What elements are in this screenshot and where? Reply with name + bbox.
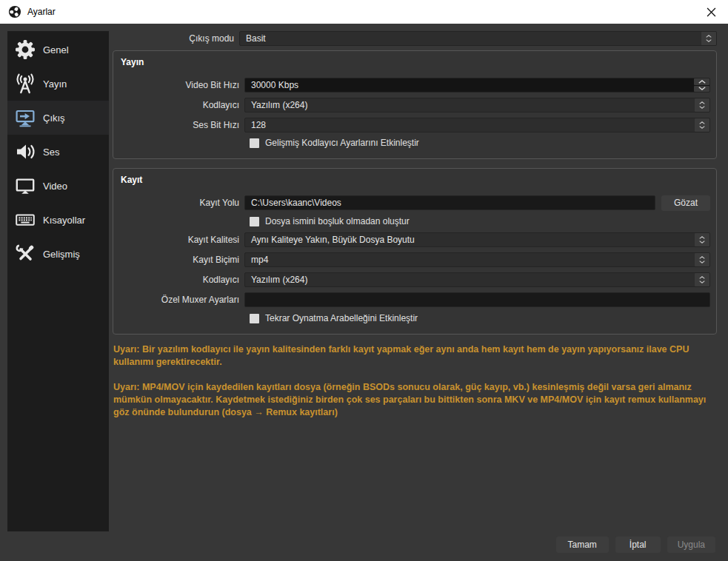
no-space-checkbox[interactable] bbox=[250, 217, 259, 226]
sidebar-item-audio[interactable]: Ses bbox=[7, 135, 109, 169]
broadcast-icon bbox=[14, 73, 36, 95]
audio-bitrate-label: Ses Bit Hızı bbox=[120, 120, 244, 130]
video-bitrate-row: Video Bit Hızı 30000 Kbps bbox=[120, 78, 710, 93]
sidebar-item-label: Genel bbox=[43, 44, 69, 56]
chevron-down-icon bbox=[699, 241, 705, 243]
muxer-settings-row: Özel Muxer Ayarları bbox=[120, 292, 710, 307]
recording-quality-label: Kayıt Kalitesi bbox=[120, 235, 244, 245]
output-mode-spinner[interactable] bbox=[701, 32, 716, 45]
advanced-encoder-checkbox[interactable] bbox=[250, 138, 259, 148]
sidebar-item-output[interactable]: Çıkış bbox=[7, 101, 109, 135]
recording-encoder-spinner[interactable] bbox=[695, 273, 709, 286]
chevron-up-icon bbox=[699, 121, 705, 124]
audio-bitrate-select[interactable]: 128 bbox=[244, 118, 710, 132]
sidebar-item-video[interactable]: Video bbox=[7, 169, 109, 203]
settings-window: Ayarlar bbox=[0, 0, 728, 561]
sidebar-item-hotkeys[interactable]: Kısayollar bbox=[7, 203, 109, 237]
replay-buffer-checkbox-row: Tekrar Oynatma Arabelleğini Etkinleştir bbox=[250, 313, 710, 323]
output-mode-value: Basit bbox=[246, 33, 266, 44]
sidebar-item-label: Gelişmiş bbox=[43, 249, 80, 260]
video-icon bbox=[14, 175, 36, 197]
audio-bitrate-spinner[interactable] bbox=[695, 118, 709, 132]
replay-buffer-checkbox-label: Tekrar Oynatma Arabelleğini Etkinleştir bbox=[265, 313, 418, 323]
recording-group-title: Kayıt bbox=[121, 175, 710, 185]
recording-quality-row: Kayıt Kalitesi Aynı Kaliteye Yakın, Büyü… bbox=[120, 232, 710, 247]
recording-encoder-row: Kodlayıcı Yazılım (x264) bbox=[120, 272, 710, 287]
muxer-settings-label: Özel Muxer Ayarları bbox=[120, 295, 244, 305]
sidebar-item-stream[interactable]: Yayın bbox=[7, 67, 109, 101]
chevron-up-icon bbox=[699, 276, 705, 279]
recording-path-row: Kayıt Yolu Gözat bbox=[120, 195, 710, 210]
recording-quality-spinner[interactable] bbox=[695, 233, 709, 246]
recording-format-select[interactable]: mp4 bbox=[244, 252, 710, 267]
replay-buffer-checkbox[interactable] bbox=[250, 314, 259, 323]
output-settings-panel: Çıkış modu Basit Yayın Video Bit Hızı bbox=[113, 31, 717, 431]
chevron-up-icon bbox=[706, 35, 712, 38]
no-space-checkbox-row: Dosya ismini boşluk olmadan oluştur bbox=[250, 216, 710, 226]
sidebar-item-advanced[interactable]: Gelişmiş bbox=[7, 237, 109, 271]
advanced-encoder-checkbox-row: Gelişmiş Kodlayıcı Ayarlarını Etkinleşti… bbox=[250, 138, 710, 148]
dialog-buttons: Tamam İptal Uygula bbox=[556, 537, 715, 553]
recording-quality-value: Aynı Kaliteye Yakın, Büyük Dosya Boyutu bbox=[251, 235, 415, 245]
window-title: Ayarlar bbox=[27, 7, 56, 17]
sidebar-item-label: Kısayollar bbox=[43, 215, 85, 226]
recording-quality-select[interactable]: Aynı Kaliteye Yakın, Büyük Dosya Boyutu bbox=[244, 232, 710, 247]
obs-logo-icon bbox=[8, 5, 21, 19]
sidebar-item-label: Ses bbox=[43, 147, 59, 158]
stream-encoder-label: Kodlayıcı bbox=[120, 100, 244, 110]
spin-down-button[interactable] bbox=[694, 86, 709, 93]
audio-icon bbox=[14, 141, 36, 163]
stream-encoder-value: Yazılım (x264) bbox=[251, 100, 307, 110]
titlebar: Ayarlar bbox=[0, 0, 728, 24]
output-mode-select[interactable]: Basit bbox=[239, 31, 717, 46]
stream-encoder-spinner[interactable] bbox=[695, 98, 709, 112]
dialog-body: Genel bbox=[0, 24, 728, 561]
recording-encoder-value: Yazılım (x264) bbox=[251, 275, 307, 285]
recording-encoder-select[interactable]: Yazılım (x264) bbox=[244, 272, 710, 287]
sidebar-item-label: Video bbox=[43, 181, 67, 192]
recording-format-label: Kayıt Biçimi bbox=[120, 255, 244, 265]
chevron-up-icon bbox=[699, 101, 705, 104]
recording-group: Kayıt Kayıt Yolu Gözat Dosya ismini boşl… bbox=[113, 168, 717, 335]
warnings-area: Uyarı: Bir yazılım kodlayıcı ile yayın k… bbox=[113, 343, 717, 418]
no-space-checkbox-label: Dosya ismini boşluk olmadan oluştur bbox=[265, 216, 410, 226]
video-bitrate-spinner bbox=[694, 78, 709, 92]
close-button[interactable] bbox=[694, 0, 728, 24]
chevron-down-icon bbox=[699, 126, 705, 129]
chevron-up-icon bbox=[699, 256, 705, 259]
recording-format-spinner[interactable] bbox=[695, 253, 709, 266]
warning-mp4: Uyarı: MP4/MOV için kaydedilen kayıtları… bbox=[113, 381, 717, 419]
stream-encoder-select[interactable]: Yazılım (x264) bbox=[244, 98, 710, 112]
chevron-down-icon bbox=[699, 280, 705, 283]
ok-button[interactable]: Tamam bbox=[556, 537, 609, 553]
recording-path-input[interactable] bbox=[244, 195, 655, 210]
output-mode-row: Çıkış modu Basit bbox=[113, 31, 717, 46]
output-icon bbox=[14, 107, 36, 129]
cancel-button[interactable]: İptal bbox=[615, 537, 661, 553]
browse-button[interactable]: Gözat bbox=[661, 195, 710, 211]
sidebar: Genel bbox=[7, 31, 109, 531]
video-bitrate-input[interactable]: 30000 Kbps bbox=[244, 78, 710, 93]
audio-bitrate-row: Ses Bit Hızı 128 bbox=[120, 118, 710, 132]
output-mode-label: Çıkış modu bbox=[113, 33, 239, 44]
sidebar-item-label: Çıkış bbox=[43, 112, 65, 124]
recording-format-value: mp4 bbox=[251, 255, 268, 265]
chevron-down-icon bbox=[706, 39, 712, 42]
apply-button[interactable]: Uygula bbox=[667, 537, 715, 553]
tools-icon bbox=[14, 243, 36, 265]
recording-path-label: Kayıt Yolu bbox=[120, 198, 244, 208]
chevron-up-icon bbox=[699, 236, 705, 239]
stream-encoder-row: Kodlayıcı Yazılım (x264) bbox=[120, 98, 710, 112]
close-icon bbox=[707, 7, 716, 17]
recording-encoder-label: Kodlayıcı bbox=[120, 275, 244, 285]
video-bitrate-value: 30000 Kbps bbox=[251, 80, 298, 90]
chevron-down-icon bbox=[699, 261, 705, 263]
spin-up-button[interactable] bbox=[694, 78, 709, 85]
muxer-settings-input[interactable] bbox=[244, 292, 710, 307]
audio-bitrate-value: 128 bbox=[251, 120, 266, 130]
sidebar-item-general[interactable]: Genel bbox=[7, 33, 109, 67]
advanced-encoder-checkbox-label: Gelişmiş Kodlayıcı Ayarlarını Etkinleşti… bbox=[265, 138, 419, 148]
video-bitrate-label: Video Bit Hızı bbox=[120, 80, 244, 90]
sidebar-item-label: Yayın bbox=[43, 78, 67, 90]
recording-format-row: Kayıt Biçimi mp4 bbox=[120, 252, 710, 267]
